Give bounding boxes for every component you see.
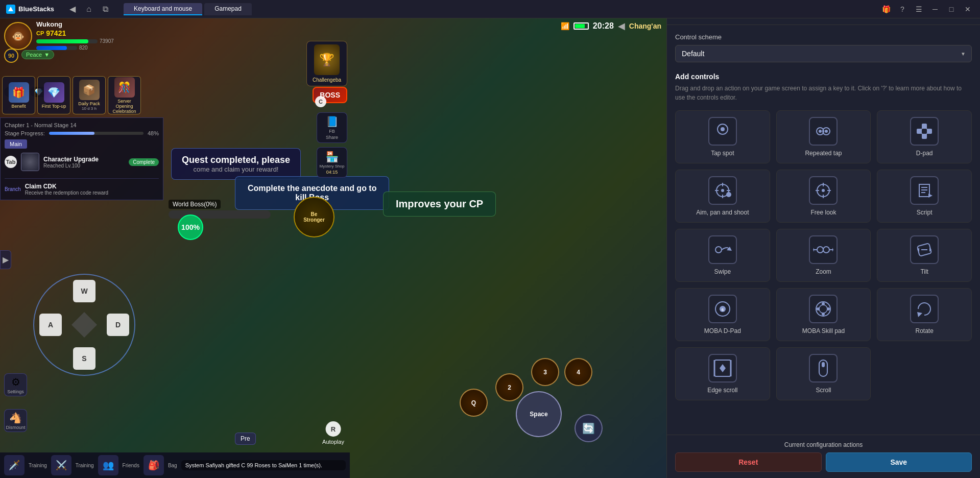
mystery-shop-button[interactable]: 🏪 Mystery Shop 04:15 xyxy=(317,147,347,178)
fb-share-button[interactable]: 📘 FB Share xyxy=(317,112,347,143)
tilt-icon xyxy=(910,235,939,264)
svg-point-15 xyxy=(721,189,724,192)
quest-row: Tab Character Upgrade Reached Lv.100 Com… xyxy=(5,153,159,171)
quest-completed-notification: Quest completed, please come and claim y… xyxy=(171,148,301,180)
moba-skill-control[interactable]: MOBA Skill pad xyxy=(776,288,871,341)
collapse-button[interactable]: ▶ xyxy=(0,250,11,269)
skill-2-button[interactable]: 2 xyxy=(495,373,523,401)
aim-pan-control[interactable]: Aim, pan and shoot xyxy=(675,170,770,223)
gift-button[interactable]: 🎁 xyxy=(880,3,892,15)
hud-top-right: 📶 20:28 ◀ Chang'an xyxy=(561,20,661,32)
daily-items: 🎁 Benefit 💎 First Top-up 📦 Daily Pack 10… xyxy=(0,74,143,116)
quest-info: Character Upgrade Reached Lv.100 xyxy=(43,156,125,169)
tab-bar: Keyboard and mouse Gamepad xyxy=(117,3,874,15)
settings-label: Settings xyxy=(7,389,24,394)
back-button[interactable]: ◀ xyxy=(66,3,79,15)
edge-scroll-control[interactable]: Edge scroll xyxy=(675,347,770,400)
training-icon-2[interactable]: ⚔️ xyxy=(51,455,71,475)
zoom-label: Zoom xyxy=(816,268,831,275)
quest-tabs: Main xyxy=(5,139,159,149)
menu-button[interactable]: ☰ xyxy=(913,3,925,15)
dpad-container: W S A D xyxy=(33,274,135,376)
script-control[interactable]: Script xyxy=(877,170,972,223)
close-button[interactable]: ✕ xyxy=(962,3,974,15)
footer-buttons: Reset Save xyxy=(675,452,972,472)
challenger-icon: 🏆 xyxy=(314,44,340,75)
tilt-control[interactable]: Tilt xyxy=(877,229,972,282)
maximize-button[interactable]: □ xyxy=(945,3,958,15)
aim-pan-icon xyxy=(708,176,737,205)
friends-icon[interactable]: 👥 xyxy=(98,455,118,475)
cdk-section: Branch Claim CDK Receive the redemption … xyxy=(5,178,159,196)
tab-keyboard-mouse[interactable]: Keyboard and mouse xyxy=(124,3,202,15)
controls-editor-panel: Controls editor ? ⬇ ⬆ ↗ ✕ Control scheme… xyxy=(666,0,980,478)
save-button[interactable]: Save xyxy=(826,452,972,472)
swipe-control[interactable]: Swipe xyxy=(675,229,770,282)
signal-icon: 📶 xyxy=(561,22,569,30)
skill-3-button[interactable]: 3 xyxy=(531,358,559,386)
hp-bar: 73907 xyxy=(36,38,114,44)
stage-progress-label: Stage Progress: xyxy=(5,130,45,136)
free-look-control[interactable]: Free look xyxy=(776,170,871,223)
svg-point-28 xyxy=(715,247,722,253)
bottom-bar: 🗡️ Training ⚔️ Training 👥 Friends 🎒 Bag … xyxy=(0,452,350,478)
mp-text: 820 xyxy=(79,45,88,51)
help-button[interactable]: ? xyxy=(896,3,909,15)
skill-4-button[interactable]: 4 xyxy=(564,358,592,386)
settings-icon: ⚙ xyxy=(11,376,20,388)
pre-button[interactable]: Pre xyxy=(235,433,256,445)
scheme-select-wrapper: Default xyxy=(675,45,972,62)
reset-button[interactable]: Reset xyxy=(675,452,822,472)
training-label-2: Training xyxy=(76,463,94,468)
char-info: 🐵 Wukong CP 97421 73907 820 xyxy=(4,20,114,52)
svg-marker-49 xyxy=(917,312,922,317)
daily-item-benefit[interactable]: 🎁 Benefit xyxy=(2,76,35,114)
training-icon-1[interactable]: 🗡️ xyxy=(4,455,25,475)
rotate-control[interactable]: Rotate xyxy=(877,288,972,341)
daily-item-server[interactable]: 🎊 Server Opening Celebration xyxy=(108,76,141,114)
svg-rect-56 xyxy=(822,362,825,367)
minimize-button[interactable]: ─ xyxy=(929,3,941,15)
mystery-label: Mystery Shop xyxy=(320,164,345,169)
dpad-outer: W S A D xyxy=(33,274,135,376)
scheme-select[interactable]: Default xyxy=(675,45,972,62)
dpad-up[interactable]: W xyxy=(73,280,95,302)
bag-icon[interactable]: 🎒 xyxy=(144,455,164,475)
settings-button[interactable]: ⚙ Settings xyxy=(4,373,27,396)
location-name: Chang'an xyxy=(629,22,661,30)
tab-gamepad[interactable]: Gamepad xyxy=(204,3,252,15)
moba-skill-label: MOBA Skill pad xyxy=(802,327,845,334)
dismount-button[interactable]: 🐴 Dismount xyxy=(4,409,27,432)
free-look-icon xyxy=(809,176,838,205)
chat-text: System Safiyah gifted C 99 Roses to SaiM… xyxy=(181,460,346,470)
edge-scroll-icon xyxy=(708,354,737,383)
home-button[interactable]: ⌂ xyxy=(83,3,95,15)
scroll-control[interactable]: Scroll xyxy=(776,347,871,400)
skill-q-button[interactable]: Q xyxy=(460,389,488,417)
apps-button[interactable]: ⧉ xyxy=(99,3,111,15)
repeated-tap-control[interactable]: Repeated tap xyxy=(776,110,871,163)
challenger-info[interactable]: 🏆 Challengeba xyxy=(306,41,347,86)
swipe-label: Swipe xyxy=(714,268,731,275)
dpad-right[interactable]: D xyxy=(107,314,129,336)
friends-label: Friends xyxy=(123,463,139,468)
moba-dpad-control[interactable]: 6 MOBA D-Pad xyxy=(675,288,770,341)
space-button[interactable]: Space xyxy=(516,391,562,437)
be-stronger-button[interactable]: Be Stronger xyxy=(294,197,334,237)
peace-button[interactable]: Peace ▼ xyxy=(21,50,54,59)
zoom-control[interactable]: Zoom xyxy=(776,229,871,282)
controls-body: Control scheme Default Add controls Drag… xyxy=(667,25,980,435)
dpad-control[interactable]: D-pad xyxy=(877,110,972,163)
daily-item-topup[interactable]: 💎 First Top-up xyxy=(37,76,70,114)
tap-spot-control[interactable]: Tap spot xyxy=(675,110,770,163)
dpad-down[interactable]: S xyxy=(73,347,95,370)
quest-tab-main[interactable]: Main xyxy=(5,139,27,149)
window-controls: 🎁 ? ☰ ─ □ ✕ xyxy=(874,3,980,15)
dpad-left[interactable]: A xyxy=(39,314,62,336)
rotate-button[interactable]: 🔄 xyxy=(575,414,603,442)
svg-point-44 xyxy=(819,305,827,313)
bag-label: Bag xyxy=(168,463,177,468)
dpad-icon xyxy=(910,117,939,146)
daily-item-daily-pack[interactable]: 📦 Daily Pack 10 d 3 h xyxy=(73,76,106,114)
svg-point-2 xyxy=(721,127,725,131)
